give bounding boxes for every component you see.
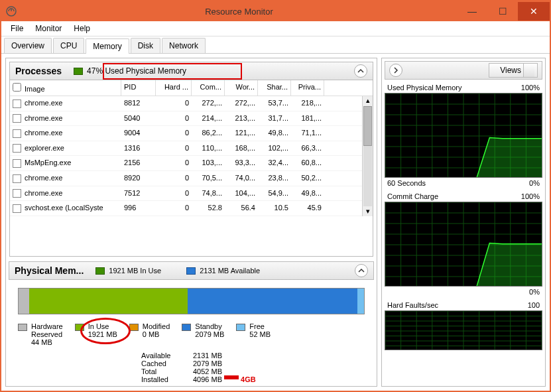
chart-max: 100 xyxy=(528,301,540,309)
col-com[interactable]: Com... xyxy=(192,80,225,96)
col-hard[interactable]: Hard ... xyxy=(156,80,192,96)
table-row[interactable]: svchost.exe (LocalSyste996052.856.410.54… xyxy=(10,201,362,216)
table-row[interactable]: chrome.exe88120272,...272,...53,7...218,… xyxy=(10,96,362,111)
menu-file[interactable]: File xyxy=(5,23,29,34)
table-row[interactable]: chrome.exe50400214,...213,...31,7...181,… xyxy=(10,111,362,127)
tab-disk[interactable]: Disk xyxy=(131,38,160,53)
table-row[interactable]: chrome.exe7512074,8...104,...54,9...49,8… xyxy=(10,186,362,202)
col-wor[interactable]: Wor... xyxy=(225,80,258,96)
physmem-avail: 2131 MB Available xyxy=(200,267,260,275)
table-row[interactable]: chrome.exe8920070,5...74,0...23,8...50,2… xyxy=(10,171,362,186)
legend-value: 1921 MB xyxy=(88,330,117,338)
main-window: Resource Monitor — ☐ ✕ File Monitor Help… xyxy=(0,0,551,392)
processes-panel: Processes 47% Used Physical Memory Image… xyxy=(9,61,374,257)
processes-header[interactable]: Processes 47% Used Physical Memory xyxy=(9,62,373,80)
swatch-free-icon xyxy=(236,324,245,331)
swatch-standby-icon xyxy=(182,324,191,331)
legend-label: Standby xyxy=(195,322,224,330)
cell: 272,... xyxy=(225,96,258,111)
chart-max: 100% xyxy=(521,192,540,200)
cell: 1316 xyxy=(121,141,156,156)
cell: 103,... xyxy=(192,156,225,170)
cell: 0 xyxy=(156,201,192,216)
cell: 52.8 xyxy=(192,201,225,216)
cell: 0 xyxy=(156,141,192,156)
cell: 181,... xyxy=(291,111,324,126)
avail-swatch-icon xyxy=(186,267,196,275)
stat-label: Cached xyxy=(141,359,193,367)
inuse-swatch-icon xyxy=(95,267,105,275)
cell: 49,8... xyxy=(291,186,324,201)
chart-title: Commit Charge xyxy=(387,192,438,200)
cell: 66,3... xyxy=(291,141,324,156)
tab-overview[interactable]: Overview xyxy=(4,38,52,53)
cell: chrome.exe xyxy=(10,111,121,126)
expand-button[interactable] xyxy=(389,64,402,77)
table-header: Image PID Hard ... Com... Wor... Shar...… xyxy=(10,80,373,96)
legend-value: 0 MB xyxy=(143,330,170,338)
cell: 5040 xyxy=(121,111,156,126)
processes-usage: 47% Used Physical Memory xyxy=(87,66,186,76)
stat-value: 2131 MB xyxy=(193,352,222,359)
table-row[interactable]: explorer.exe13160110,...168,...102,...66… xyxy=(10,141,362,157)
chart-min: 0% xyxy=(529,288,540,296)
col-image[interactable]: Image xyxy=(25,85,45,93)
cell: 110,... xyxy=(192,141,225,156)
memory-bar xyxy=(18,288,365,314)
physmem-header[interactable]: Physical Mem... 1921 MB In Use 2131 MB A… xyxy=(9,261,374,280)
cell: 70,5... xyxy=(192,171,225,186)
views-dropdown[interactable]: Views xyxy=(489,63,538,78)
right-header: Views xyxy=(385,61,542,80)
chart-used-physical-memory: Used Physical Memory100% 60 Seconds0% xyxy=(385,82,542,188)
legend-label: Hardware xyxy=(31,322,63,330)
cell: 0 xyxy=(156,111,192,126)
legend-value: 2079 MB xyxy=(195,330,224,338)
col-pid[interactable]: PID xyxy=(121,80,156,96)
minimize-button[interactable]: — xyxy=(457,2,487,21)
seg-in-use xyxy=(29,289,188,314)
seg-standby xyxy=(188,289,357,314)
menu-monitor[interactable]: Monitor xyxy=(30,23,67,34)
table-scrollbar[interactable]: ▴ ▾ xyxy=(362,96,373,216)
cell: 214,... xyxy=(192,111,225,126)
collapse-button[interactable] xyxy=(354,64,367,78)
tab-cpu[interactable]: CPU xyxy=(53,38,84,53)
close-button[interactable]: ✕ xyxy=(518,2,550,21)
stat-label: Available xyxy=(141,352,193,359)
cell: chrome.exe xyxy=(10,96,121,111)
col-shar[interactable]: Shar... xyxy=(258,80,291,96)
cell: 9004 xyxy=(121,126,156,141)
stat-label: Total xyxy=(141,367,193,375)
menu-help[interactable]: Help xyxy=(68,23,95,34)
table-row[interactable]: chrome.exe9004086,2...121,...49,8...71,1… xyxy=(10,126,362,141)
titlebar[interactable]: Resource Monitor — ☐ ✕ xyxy=(1,1,550,21)
cell: 86,2... xyxy=(192,126,225,141)
collapse-button[interactable] xyxy=(355,264,368,277)
cell: chrome.exe xyxy=(10,171,121,186)
table-row[interactable]: MsMpEng.exe21560103,...93,3...32,4...60,… xyxy=(10,156,362,171)
cell: 54,9... xyxy=(258,186,291,201)
tabbar: Overview CPU Memory Disk Network xyxy=(1,36,550,54)
tab-memory[interactable]: Memory xyxy=(86,38,129,54)
stat-value: 4096 MB xyxy=(193,375,222,383)
cell: 213,... xyxy=(225,111,258,126)
physical-memory-panel: Physical Mem... 1921 MB In Use 2131 MB A… xyxy=(9,261,374,383)
seg-hardware-reserved xyxy=(19,289,29,314)
annotation-text: 4GB xyxy=(241,375,256,383)
cell: 93,3... xyxy=(225,156,258,170)
chevron-down-icon xyxy=(526,68,532,72)
cell: 168,... xyxy=(225,141,258,156)
swatch-inuse-icon xyxy=(75,324,84,331)
processes-title: Processes xyxy=(15,66,62,76)
chart-commit-charge: Commit Charge100% 0% xyxy=(385,191,542,297)
col-priv[interactable]: Priva... xyxy=(291,80,324,96)
cell: 272,... xyxy=(192,96,225,111)
select-all-checkbox[interactable] xyxy=(13,83,21,92)
maximize-button[interactable]: ☐ xyxy=(487,2,518,21)
stat-value: 4052 MB xyxy=(193,367,222,375)
cell: 7512 xyxy=(121,186,156,201)
cell: 121,... xyxy=(225,126,258,141)
physmem-inuse: 1921 MB In Use xyxy=(109,267,161,275)
tab-network[interactable]: Network xyxy=(162,38,206,53)
cell: 2156 xyxy=(121,156,156,170)
